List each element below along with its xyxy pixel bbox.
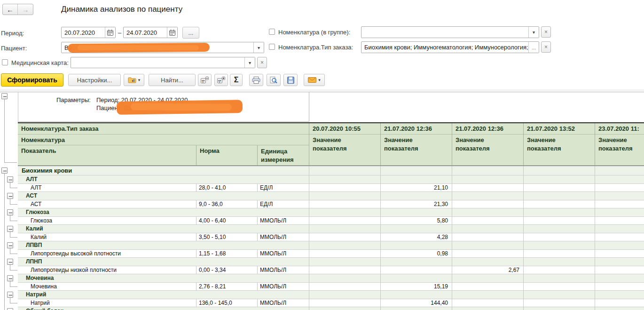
value-cell[interactable] bbox=[524, 283, 595, 291]
value-cell[interactable]: 21,10 bbox=[381, 184, 452, 192]
group-value-cell[interactable] bbox=[452, 274, 524, 283]
group-value-cell[interactable] bbox=[381, 307, 452, 310]
value-cell[interactable] bbox=[452, 233, 524, 242]
forward-button[interactable]: → bbox=[18, 4, 33, 15]
unit-cell[interactable]: ЕД/Л bbox=[258, 200, 309, 209]
value-cell[interactable] bbox=[595, 217, 644, 225]
value-cell[interactable] bbox=[595, 299, 644, 308]
value-cell[interactable] bbox=[595, 184, 644, 192]
group-value-cell[interactable] bbox=[452, 166, 524, 175]
collapse-toggle[interactable] bbox=[7, 226, 13, 232]
collapse-toggle[interactable] bbox=[7, 259, 13, 265]
group-value-cell[interactable] bbox=[309, 258, 381, 266]
nomtype-clear-button[interactable] bbox=[541, 41, 551, 53]
indicator-cell[interactable]: Натрий bbox=[18, 299, 196, 308]
period-to-calendar-button[interactable] bbox=[167, 27, 177, 38]
group-value-cell[interactable] bbox=[381, 208, 452, 217]
group-value-cell[interactable] bbox=[595, 241, 644, 250]
value-cell[interactable] bbox=[309, 250, 381, 258]
value-cell[interactable] bbox=[524, 250, 595, 258]
value-cell[interactable] bbox=[452, 184, 524, 192]
period-from-calendar-button[interactable] bbox=[105, 27, 115, 38]
value-label-cell[interactable]: Значение показателя bbox=[452, 135, 524, 166]
norm-cell[interactable]: 4,00 - 6,40 bbox=[196, 217, 258, 225]
value-cell[interactable] bbox=[309, 299, 381, 308]
value-cell[interactable] bbox=[595, 283, 644, 291]
indicator-cell[interactable]: Липопротеиды низкой плотности bbox=[18, 266, 196, 275]
group-name-cell[interactable]: АСТ bbox=[18, 192, 309, 200]
nomgroup-dropdown-button[interactable] bbox=[528, 27, 539, 38]
norm-cell[interactable]: 136,0 - 145,0 bbox=[196, 299, 258, 308]
email-button[interactable]: ▾ bbox=[304, 74, 325, 86]
unit-cell[interactable]: ММОЛЬ/Л bbox=[258, 233, 309, 242]
collapse-toggle[interactable] bbox=[7, 292, 13, 298]
report-variants-button[interactable]: ▾ bbox=[124, 74, 144, 86]
group-value-cell[interactable] bbox=[309, 307, 381, 310]
group-value-cell[interactable] bbox=[595, 166, 644, 175]
group-value-cell[interactable] bbox=[452, 291, 524, 299]
value-cell[interactable] bbox=[309, 233, 381, 242]
nomgroup-checkbox[interactable] bbox=[269, 29, 275, 35]
collapse-toggle[interactable] bbox=[7, 209, 13, 215]
collapse-toggle[interactable] bbox=[7, 308, 13, 310]
norm-cell[interactable]: 2,76 - 8,21 bbox=[196, 283, 258, 291]
value-cell[interactable] bbox=[524, 184, 595, 192]
group-value-cell[interactable] bbox=[595, 291, 644, 299]
header-indicator[interactable]: Показатель bbox=[18, 145, 196, 166]
settings-button[interactable]: Настройки... bbox=[68, 74, 121, 86]
generate-button[interactable]: Сформировать bbox=[1, 73, 63, 87]
value-cell[interactable] bbox=[524, 299, 595, 308]
save-button[interactable] bbox=[283, 74, 298, 86]
group-value-cell[interactable] bbox=[381, 225, 452, 233]
norm-cell[interactable]: 1,15 - 1,68 bbox=[196, 250, 258, 258]
group-value-cell[interactable] bbox=[595, 225, 644, 233]
sum-button[interactable]: Σ bbox=[230, 74, 243, 86]
group-value-cell[interactable] bbox=[595, 175, 644, 184]
group-value-cell[interactable] bbox=[524, 208, 595, 217]
header-nomenclature[interactable]: Номенклатура bbox=[18, 135, 309, 145]
value-cell[interactable] bbox=[524, 233, 595, 242]
group-name-cell[interactable]: ЛПНП bbox=[18, 258, 309, 266]
value-cell[interactable]: 144,40 bbox=[381, 299, 452, 308]
indicator-cell[interactable]: Глюкоза bbox=[18, 217, 196, 225]
value-label-cell[interactable]: Значение показателя bbox=[381, 135, 452, 166]
group-value-cell[interactable] bbox=[452, 241, 524, 250]
patient-field[interactable]: Ва bbox=[61, 42, 264, 53]
value-cell[interactable] bbox=[595, 200, 644, 209]
group-value-cell[interactable] bbox=[381, 291, 452, 299]
indicator-cell[interactable]: АЛТ bbox=[18, 184, 196, 192]
preview-button[interactable] bbox=[267, 74, 281, 86]
group-value-cell[interactable] bbox=[524, 241, 595, 250]
period-more-button[interactable]: ... bbox=[182, 27, 199, 39]
group-name-cell[interactable]: Мочевина bbox=[18, 274, 309, 283]
value-cell[interactable] bbox=[452, 250, 524, 258]
date-column-header[interactable]: 20.07.2020 10:55 bbox=[309, 123, 381, 135]
unit-cell[interactable]: ММОЛЬ/Л bbox=[258, 250, 309, 258]
medcard-checkbox[interactable] bbox=[2, 59, 8, 65]
nomgroup-clear-button[interactable] bbox=[541, 26, 551, 38]
collapse-toggle[interactable] bbox=[7, 242, 13, 248]
group-value-cell[interactable] bbox=[309, 225, 381, 233]
medcard-field[interactable] bbox=[71, 57, 255, 68]
group-value-cell[interactable] bbox=[524, 225, 595, 233]
indicator-cell[interactable]: Калий bbox=[18, 233, 196, 242]
value-cell[interactable]: 2,67 bbox=[452, 266, 524, 275]
value-cell[interactable]: 15,19 bbox=[381, 283, 452, 291]
group-name-cell[interactable]: Калий bbox=[18, 225, 309, 233]
group-value-cell[interactable] bbox=[381, 166, 452, 175]
collapse-toggle[interactable] bbox=[7, 193, 13, 199]
value-cell[interactable]: 0,98 bbox=[381, 250, 452, 258]
value-cell[interactable] bbox=[309, 200, 381, 209]
value-cell[interactable] bbox=[595, 250, 644, 258]
group-value-cell[interactable] bbox=[381, 241, 452, 250]
value-label-cell[interactable]: Значение показателя bbox=[309, 135, 381, 166]
medcard-dropdown-button[interactable] bbox=[244, 57, 255, 68]
value-cell[interactable] bbox=[452, 200, 524, 209]
group-value-cell[interactable] bbox=[452, 192, 524, 200]
group-value-cell[interactable] bbox=[524, 166, 595, 175]
group-value-cell[interactable] bbox=[595, 274, 644, 283]
value-cell[interactable]: 4,28 bbox=[381, 233, 452, 242]
nomtype-field[interactable]: Биохимия крови; Иммуногематология; Иммун… bbox=[361, 41, 539, 53]
value-cell[interactable] bbox=[452, 283, 524, 291]
group-value-cell[interactable] bbox=[595, 258, 644, 266]
